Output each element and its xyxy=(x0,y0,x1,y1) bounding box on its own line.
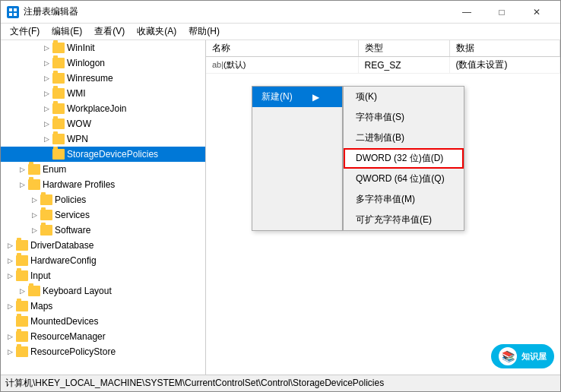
main-window: 注册表编辑器 — □ ✕ 文件(F) 编辑(E) 查看(V) 收藏夹(A) 帮助… xyxy=(0,0,561,392)
expander-icon: ▷ xyxy=(40,87,52,100)
ctx-arrow-icon: ▶ xyxy=(312,92,319,103)
folder-icon xyxy=(16,301,28,311)
folder-icon xyxy=(40,210,52,220)
folder-icon xyxy=(52,73,65,84)
folder-icon xyxy=(16,331,28,342)
expander-icon: ▷ xyxy=(16,163,28,175)
expander-icon: ▷ xyxy=(40,42,52,54)
submenu-item-multistring[interactable]: 多字符串值(M) xyxy=(344,189,464,210)
item-label: WorkplaceJoin xyxy=(67,103,126,114)
title-left: 注册表编辑器 xyxy=(7,5,78,18)
watermark-text: 知识屋 xyxy=(521,351,547,362)
expander-icon: ▷ xyxy=(40,118,52,130)
default-label: (默认) xyxy=(223,60,246,69)
submenu-item-string[interactable]: 字符串值(S) xyxy=(344,107,464,128)
item-label: Input xyxy=(30,270,51,281)
item-label: Policies xyxy=(55,194,86,205)
minimize-button[interactable]: — xyxy=(449,1,484,24)
watermark-icon: 📚 xyxy=(499,347,517,365)
submenu-item-qword[interactable]: QWORD (64 位)值(Q) xyxy=(344,169,464,189)
tree-item-wpn[interactable]: ▷ WPN xyxy=(1,131,205,147)
expander-icon: ▷ xyxy=(28,224,40,236)
folder-icon xyxy=(28,286,40,296)
submenu-item-dword[interactable]: DWORD (32 位)值(D) xyxy=(344,148,464,169)
maximize-button[interactable]: □ xyxy=(484,1,519,24)
submenu-item-key[interactable]: 项(K) xyxy=(344,87,464,107)
expander-icon: ▷ xyxy=(16,179,28,191)
cell-type: REG_SZ xyxy=(358,57,449,74)
svg-rect-1 xyxy=(14,8,17,11)
svg-rect-3 xyxy=(14,13,17,16)
expander-icon: ▷ xyxy=(4,300,16,312)
folder-icon xyxy=(52,58,65,68)
tree-item-keyboard-layout[interactable]: ▷ Keyboard Layout xyxy=(1,283,205,299)
tree-item-mounteddevices[interactable]: MountedDevices xyxy=(1,314,205,329)
item-label: Keyboard Layout xyxy=(43,286,112,296)
item-label: Software xyxy=(55,225,90,236)
tree-item-maps[interactable]: ▷ Maps xyxy=(1,299,205,314)
submenu-item-expandstring[interactable]: 可扩充字符串值(E) xyxy=(344,210,464,230)
item-label: Services xyxy=(55,210,90,220)
close-button[interactable]: ✕ xyxy=(519,1,554,24)
menu-edit[interactable]: 编辑(E) xyxy=(46,24,88,40)
right-panel: 名称 类型 数据 ab|(默认) REG_SZ (数值未设置) xyxy=(206,40,560,375)
col-header-type: 类型 xyxy=(358,40,449,57)
tree-item-enum[interactable]: ▷ Enum xyxy=(1,162,205,177)
tree-item-wininit[interactable]: ▷ WinInit xyxy=(1,40,205,55)
menu-view[interactable]: 查看(V) xyxy=(88,24,131,40)
item-label: WPN xyxy=(67,134,88,144)
tree-item-input[interactable]: ▷ Input xyxy=(1,268,205,283)
tree-item-hardwareconfig[interactable]: ▷ HardwareConfig xyxy=(1,253,205,268)
tree-item-winresume[interactable]: ▷ Winresume xyxy=(1,71,205,86)
tree-item-services[interactable]: ▷ Services xyxy=(1,207,205,223)
expander-icon: ▷ xyxy=(4,330,16,343)
tree-item-policies[interactable]: ▷ Policies xyxy=(1,192,205,207)
folder-icon xyxy=(52,149,65,160)
window-controls: — □ ✕ xyxy=(449,1,554,24)
expander-icon: ▷ xyxy=(4,254,16,267)
folder-icon xyxy=(16,255,28,266)
cell-data: (数值未设置) xyxy=(449,57,560,74)
ctx-new-label: 新建(N) xyxy=(261,90,293,103)
context-menu-container: 新建(N) ▶ 项(K) 字符串值(S) 二进制值(B) DWORD (32 位… xyxy=(252,86,464,231)
expander-icon: ▷ xyxy=(4,239,16,251)
item-label: ResourceManager xyxy=(30,331,106,342)
col-header-data: 数据 xyxy=(449,40,560,57)
tree-item-resourcepolicystore[interactable]: ▷ ResourcePolicyStore xyxy=(1,344,205,359)
col-header-name: 名称 xyxy=(206,40,358,57)
tree-item-wmi[interactable]: ▷ WMI xyxy=(1,86,205,101)
expander-icon xyxy=(40,148,52,160)
content-area: ▷ WinInit ▷ Winlogon ▷ Winresume ▷ WMI xyxy=(1,40,560,375)
item-label: Hardware Profiles xyxy=(43,179,115,190)
ctx-new-item[interactable]: 新建(N) ▶ xyxy=(252,87,342,107)
cell-name: ab|(默认) xyxy=(206,57,358,74)
menu-bar: 文件(F) 编辑(E) 查看(V) 收藏夹(A) 帮助(H) xyxy=(1,24,560,40)
folder-icon xyxy=(16,346,28,357)
item-label: WOW xyxy=(67,119,91,129)
registry-table: 名称 类型 数据 ab|(默认) REG_SZ (数值未设置) xyxy=(206,40,560,74)
menu-favorites[interactable]: 收藏夹(A) xyxy=(131,24,182,40)
item-label: Winresume xyxy=(67,73,113,84)
tree-panel[interactable]: ▷ WinInit ▷ Winlogon ▷ Winresume ▷ WMI xyxy=(1,40,206,375)
folder-icon xyxy=(40,225,52,236)
folder-icon xyxy=(52,43,65,53)
tree-item-software[interactable]: ▷ Software xyxy=(1,223,205,238)
folder-icon xyxy=(16,240,28,251)
tree-item-resourcemanager[interactable]: ▷ ResourceManager xyxy=(1,329,205,344)
tree-item-wow[interactable]: ▷ WOW xyxy=(1,116,205,131)
window-title: 注册表编辑器 xyxy=(24,5,78,18)
tree-item-winlogon[interactable]: ▷ Winlogon xyxy=(1,55,205,71)
submenu-item-binary[interactable]: 二进制值(B) xyxy=(344,128,464,148)
folder-icon xyxy=(52,103,65,114)
menu-file[interactable]: 文件(F) xyxy=(4,24,46,40)
menu-help[interactable]: 帮助(H) xyxy=(182,24,226,40)
tree-item-workplacejoin[interactable]: ▷ WorkplaceJoin xyxy=(1,101,205,116)
item-label: WMI xyxy=(67,88,86,99)
tree-item-driverdatabase[interactable]: ▷ DriverDatabase xyxy=(1,238,205,253)
tree-item-hardware-profiles[interactable]: ▷ Hardware Profiles xyxy=(1,177,205,192)
expander-icon: ▷ xyxy=(4,346,16,358)
tree-item-storagedevicepolicies[interactable]: StorageDevicePolicies xyxy=(1,147,205,162)
folder-icon xyxy=(28,179,40,190)
item-label: Winlogon xyxy=(67,58,105,68)
table-row[interactable]: ab|(默认) REG_SZ (数值未设置) xyxy=(206,57,560,74)
